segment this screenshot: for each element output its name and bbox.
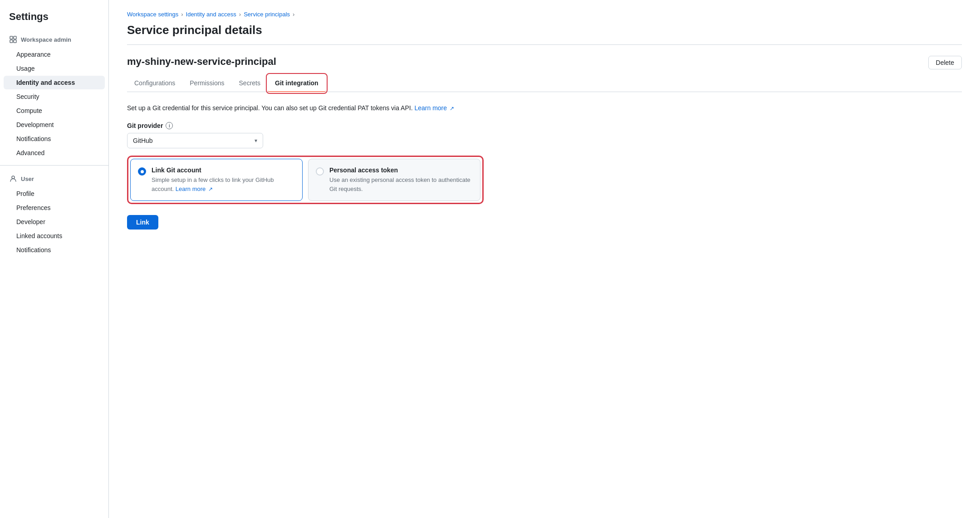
pat-title: Personal access token	[329, 166, 473, 174]
tab-configurations[interactable]: Configurations	[127, 75, 182, 92]
sidebar-item-compute[interactable]: Compute	[4, 104, 105, 117]
pat-radio[interactable]	[316, 167, 324, 176]
link-git-desc: Simple setup in a few clicks to link you…	[152, 176, 295, 193]
sidebar: Settings Workspace admin Appearance Usag…	[0, 0, 109, 518]
user-icon	[9, 175, 17, 183]
git-integration-description: Set up a Git credential for this service…	[127, 103, 962, 113]
svg-point-4	[12, 176, 15, 179]
radio-options-wrapper: Link Git account Simple setup in a few c…	[127, 156, 484, 204]
tab-permissions[interactable]: Permissions	[182, 75, 231, 92]
git-provider-selected: GitHub	[133, 137, 153, 144]
link-git-account-card[interactable]: Link Git account Simple setup in a few c…	[130, 159, 303, 201]
tab-git-integration[interactable]: Git integration	[268, 75, 326, 92]
link-git-title: Link Git account	[152, 166, 295, 174]
sidebar-item-advanced[interactable]: Advanced	[4, 146, 105, 160]
action-row: Link	[127, 215, 962, 230]
link-git-content: Link Git account Simple setup in a few c…	[152, 166, 295, 193]
link-git-radio[interactable]	[138, 167, 146, 176]
sidebar-divider	[0, 165, 108, 166]
sidebar-item-developer[interactable]: Developer	[4, 215, 105, 229]
delete-button[interactable]: Delete	[928, 56, 962, 69]
workspace-admin-label: Workspace admin	[21, 36, 71, 43]
link-button[interactable]: Link	[127, 215, 158, 230]
svg-rect-3	[14, 40, 16, 43]
sidebar-title: Settings	[0, 11, 108, 32]
breadcrumb-service-principals[interactable]: Service principals	[244, 11, 290, 18]
user-section-label: User	[21, 176, 34, 182]
workspace-admin-section: Workspace admin	[0, 32, 108, 47]
page-title: Service principal details	[127, 23, 962, 37]
sidebar-item-notifications-user[interactable]: Notifications	[4, 243, 105, 257]
breadcrumb-sep-1: ›	[181, 11, 183, 18]
pat-content: Personal access token Use an existing pe…	[329, 166, 473, 193]
tab-secrets[interactable]: Secrets	[232, 75, 268, 92]
info-icon[interactable]: i	[166, 122, 173, 129]
pat-desc: Use an existing personal access token to…	[329, 176, 473, 193]
sidebar-item-usage[interactable]: Usage	[4, 62, 105, 75]
tabs: Configurations Permissions Secrets Git i…	[127, 75, 962, 92]
sidebar-item-notifications-ws[interactable]: Notifications	[4, 132, 105, 146]
external-link-icon-git: ↗	[208, 185, 213, 193]
sidebar-item-development[interactable]: Development	[4, 118, 105, 132]
learn-more-link-desc[interactable]: Learn more ↗	[414, 104, 454, 112]
external-link-icon-desc: ↗	[450, 104, 454, 113]
breadcrumb-sep-3: ›	[293, 11, 294, 18]
svg-rect-0	[10, 36, 13, 39]
sidebar-item-security[interactable]: Security	[4, 90, 105, 103]
sidebar-item-identity[interactable]: Identity and access	[4, 76, 105, 89]
sp-name: my-shiny-new-service-principal	[127, 56, 276, 68]
sidebar-item-appearance[interactable]: Appearance	[4, 48, 105, 61]
git-provider-dropdown[interactable]: GitHub ▾	[127, 133, 263, 148]
sp-name-row: my-shiny-new-service-principal Delete	[127, 56, 962, 69]
sidebar-item-linked-accounts[interactable]: Linked accounts	[4, 229, 105, 243]
svg-rect-1	[14, 36, 16, 39]
breadcrumb: Workspace settings › Identity and access…	[127, 11, 962, 18]
page-divider	[127, 44, 962, 45]
main-content: Workspace settings › Identity and access…	[109, 0, 980, 518]
breadcrumb-sep-2: ›	[239, 11, 241, 18]
svg-rect-2	[10, 40, 13, 43]
workspace-icon	[9, 35, 17, 44]
sidebar-item-profile[interactable]: Profile	[4, 187, 105, 200]
user-section: User	[0, 171, 108, 186]
pat-card[interactable]: Personal access token Use an existing pe…	[308, 159, 480, 201]
breadcrumb-workspace-settings[interactable]: Workspace settings	[127, 11, 178, 18]
git-provider-label: Git provider i	[127, 122, 962, 129]
learn-more-link-git[interactable]: Learn more ↗	[176, 186, 213, 192]
chevron-down-icon: ▾	[255, 137, 257, 144]
breadcrumb-identity-access[interactable]: Identity and access	[186, 11, 236, 18]
sidebar-item-preferences[interactable]: Preferences	[4, 201, 105, 215]
